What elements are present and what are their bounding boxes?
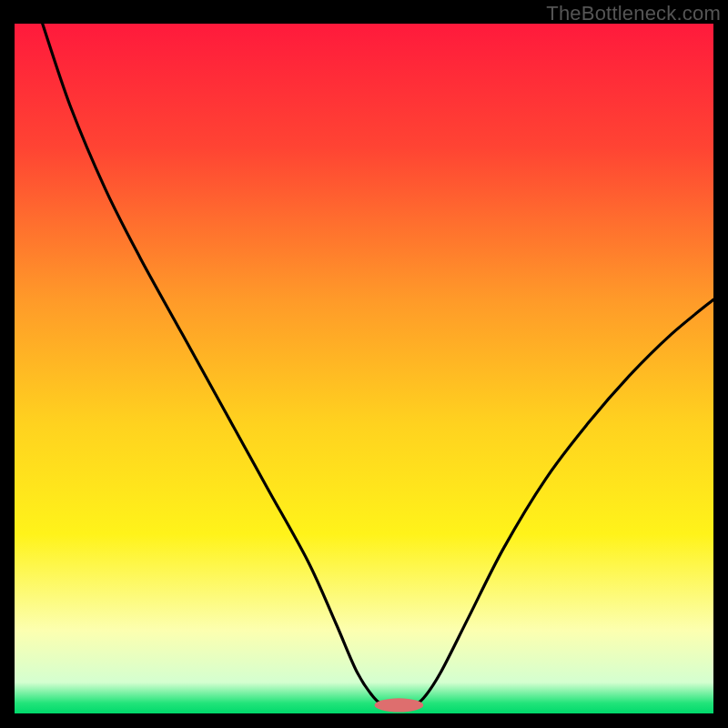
optimum-marker [375, 698, 424, 712]
watermark-text: TheBottleneck.com [546, 2, 721, 25]
chart-frame [0, 0, 728, 728]
chart-svg [0, 0, 728, 728]
gradient-background [15, 24, 713, 713]
